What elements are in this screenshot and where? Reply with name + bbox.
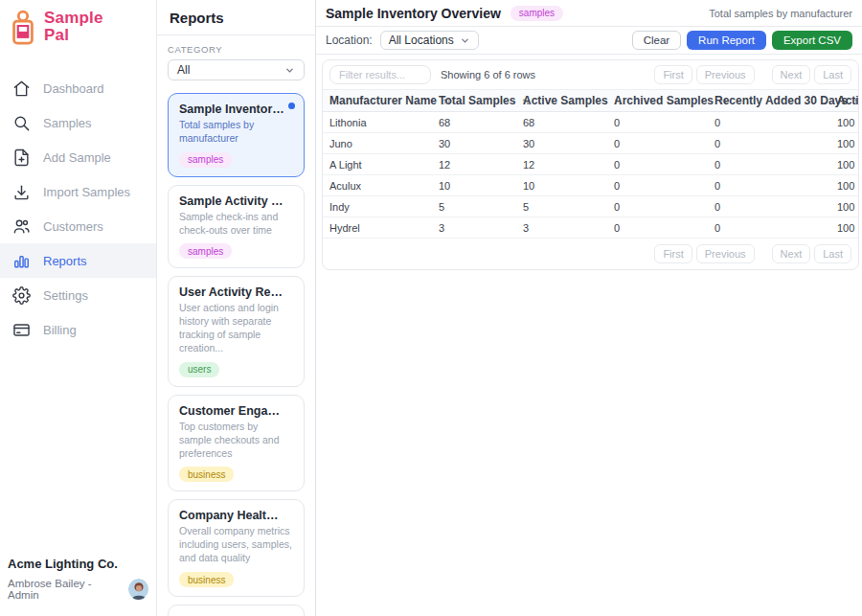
location-select-value: All Locations xyxy=(389,34,454,47)
sidebar-item-settings[interactable]: Settings xyxy=(0,278,156,312)
sidebar-item-import-samples[interactable]: Import Samples xyxy=(0,174,156,209)
report-card-description: Sample check-ins and check-outs over tim… xyxy=(179,211,293,238)
category-badge: users xyxy=(179,362,219,377)
table-scroll-area[interactable]: Manufacturer Name↑↓Total Samples↑↓Active… xyxy=(323,89,858,239)
clear-button[interactable]: Clear xyxy=(632,31,681,50)
home-icon xyxy=(12,80,31,98)
category-badge: business xyxy=(179,467,234,482)
sidebar-footer: Acme Lighting Co. Ambrose Bailey - Admin xyxy=(0,557,156,616)
bar-chart-icon xyxy=(12,252,31,270)
pagination-next-button[interactable]: Next xyxy=(772,244,811,263)
column-header: Active Samples↑↓ xyxy=(516,90,607,112)
sidebar-item-label: Customers xyxy=(43,219,103,234)
sidebar-item-billing[interactable]: Billing xyxy=(0,312,156,347)
report-toolbar: Location: All Locations Clear Run Report… xyxy=(316,27,862,55)
table-cell: 5 xyxy=(516,196,607,217)
user-row[interactable]: Ambrose Bailey - Admin xyxy=(8,578,148,601)
sidebar: Sample Pal DashboardSamplesAdd SampleImp… xyxy=(0,0,157,616)
report-card-title: Sample Inventory Overv... xyxy=(179,103,293,116)
sidebar-item-add-sample[interactable]: Add Sample xyxy=(0,140,156,174)
credit-card-icon xyxy=(12,321,31,339)
gear-icon xyxy=(12,286,31,305)
report-card-title: Sample Activity Report xyxy=(179,194,293,208)
table-row[interactable]: Lithonia686800100 xyxy=(323,112,858,133)
table-cell: 100 xyxy=(830,196,858,217)
pagination-last-button[interactable]: Last xyxy=(814,65,851,84)
table-cell: Indy xyxy=(323,196,432,217)
column-header-label: Archived Samples xyxy=(614,94,714,107)
report-card-title: Company Health Dashboard xyxy=(179,509,293,522)
report-card[interactable]: Sample Activity ReportSample check-ins a… xyxy=(168,185,305,269)
category-badge: samples xyxy=(179,243,232,259)
main-area: Sample Inventory Overview samples Total … xyxy=(316,0,862,616)
column-header-label: Recently Added 30 Days xyxy=(715,94,848,107)
column-header-label: Total Samples xyxy=(439,94,515,107)
report-card[interactable]: Customer EngagementTop customers by samp… xyxy=(168,395,305,492)
pagination-previous-button[interactable]: Previous xyxy=(696,65,755,84)
report-card-list: Sample Inventory Overv...Total samples b… xyxy=(168,93,305,616)
table-cell: 0 xyxy=(708,133,830,154)
chevron-down-icon xyxy=(284,65,295,76)
report-card-description: User actions and login history with sepa… xyxy=(179,302,293,354)
category-select[interactable]: All xyxy=(168,59,305,80)
export-csv-button[interactable]: Export CSV xyxy=(772,31,852,50)
reports-panel-body: CATEGORY All Sample Inventory Overv...To… xyxy=(157,35,315,616)
table-topbar: Showing 6 of 6 rows FirstPreviousNextLas… xyxy=(323,60,858,89)
column-header: Archived Samples↑↓ xyxy=(607,90,708,112)
column-header: Manufacturer Name↑↓ xyxy=(323,90,432,112)
pagination-first-button[interactable]: First xyxy=(654,244,692,263)
table-cell: 10 xyxy=(432,175,516,196)
table-row[interactable]: Indy5500100 xyxy=(323,196,858,217)
brand-logo[interactable]: Sample Pal xyxy=(0,0,156,54)
users-icon xyxy=(12,217,31,236)
report-card[interactable]: Sample Checkout TrendsDaily trends of sa… xyxy=(168,605,305,616)
column-header: Recently Added 30 Days↑↓ xyxy=(708,90,830,112)
report-card-description: Total samples by manufacturer xyxy=(179,119,293,146)
results-table: Manufacturer Name↑↓Total Samples↑↓Active… xyxy=(323,89,858,239)
file-plus-icon xyxy=(12,148,31,167)
report-card[interactable]: User Activity ReportUser actions and log… xyxy=(168,276,305,386)
report-title-badge: samples xyxy=(510,6,563,21)
sidebar-item-samples[interactable]: Samples xyxy=(0,105,156,140)
table-row[interactable]: Hydrel3300100 xyxy=(323,217,858,239)
sidebar-item-customers[interactable]: Customers xyxy=(0,209,156,243)
sidebar-item-label: Dashboard xyxy=(43,81,104,96)
table-body: Lithonia686800100Juno303000100A Light121… xyxy=(323,112,858,239)
report-title: Sample Inventory Overview xyxy=(326,6,501,21)
table-cell: 0 xyxy=(607,175,708,196)
brand-name: Sample Pal xyxy=(44,10,103,44)
column-header-label: Manufacturer Name xyxy=(329,94,437,107)
user-avatar[interactable] xyxy=(128,579,148,600)
pagination-last-button[interactable]: Last xyxy=(814,244,851,263)
results-table-card: Showing 6 of 6 rows FirstPreviousNextLas… xyxy=(322,59,859,270)
location-select[interactable]: All Locations xyxy=(380,31,479,50)
table-row[interactable]: A Light121200100 xyxy=(323,154,858,175)
report-card-description: Top customers by sample checkouts and pr… xyxy=(179,421,293,461)
table-cell: 0 xyxy=(708,154,830,175)
table-cell: 100 xyxy=(830,133,858,154)
pagination-previous-button[interactable]: Previous xyxy=(696,244,755,263)
table-row[interactable]: Aculux101000100 xyxy=(323,175,858,196)
report-card[interactable]: Sample Inventory Overv...Total samples b… xyxy=(168,93,305,177)
table-cell: 0 xyxy=(607,154,708,175)
pagination-next-button[interactable]: Next xyxy=(772,65,811,84)
app-root: Sample Pal DashboardSamplesAdd SampleImp… xyxy=(0,0,862,616)
table-cell: 5 xyxy=(432,196,516,217)
table-cell: 68 xyxy=(432,112,516,133)
report-card-title: Customer Engagement xyxy=(179,404,293,418)
report-card[interactable]: Company Health DashboardOverall company … xyxy=(168,499,305,597)
samplepal-jar-icon xyxy=(8,10,38,50)
sidebar-item-label: Reports xyxy=(43,254,87,268)
category-badge: samples xyxy=(179,152,232,168)
table-cell: 3 xyxy=(432,217,516,239)
sidebar-item-reports[interactable]: Reports xyxy=(0,243,156,278)
filter-input[interactable] xyxy=(329,65,431,84)
reports-panel: Reports CATEGORY All Sample Inventory Ov… xyxy=(157,0,316,616)
table-row[interactable]: Juno303000100 xyxy=(323,133,858,154)
table-cell: 0 xyxy=(607,133,708,154)
row-count-status: Showing 6 of 6 rows xyxy=(441,69,535,80)
pagination-first-button[interactable]: First xyxy=(654,65,692,84)
run-report-button[interactable]: Run Report xyxy=(687,31,766,50)
sidebar-item-dashboard[interactable]: Dashboard xyxy=(0,71,156,105)
table-cell: A Light xyxy=(323,154,432,175)
